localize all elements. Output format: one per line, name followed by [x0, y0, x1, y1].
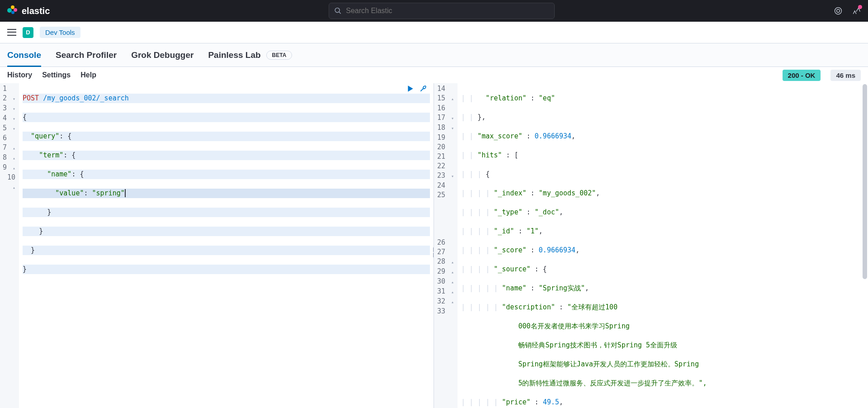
breadcrumb-bar: D Dev Tools: [0, 22, 868, 43]
help-button[interactable]: Help: [80, 71, 96, 79]
elastic-logo-icon: [7, 5, 18, 16]
breadcrumb-dev-tools[interactable]: Dev Tools: [40, 27, 80, 38]
elastic-logo[interactable]: elastic: [7, 5, 50, 16]
response-gutter: 14 15 ▴ 16 17 ▾ 18 ▾ 19 20 21 22 23 ▾ 24…: [434, 83, 458, 408]
status-badge: 200 - OK: [783, 70, 821, 81]
editor-area: 1 2 ▾ 3 ▾ 4 ▾ 5 ▾ 6 7 ▴ 8 ▴ 9 ▴ 10 ▴ POS…: [0, 83, 868, 408]
tab-grok-debugger[interactable]: Grok Debugger: [131, 45, 193, 66]
news-icon[interactable]: [852, 6, 861, 15]
notification-dot-icon: [858, 5, 862, 9]
tab-painless-lab[interactable]: Painless Lab: [208, 45, 260, 66]
tab-console[interactable]: Console: [7, 45, 41, 67]
text-cursor: [125, 189, 126, 197]
global-search[interactable]: [329, 3, 555, 19]
timing-badge: 46 ms: [830, 70, 861, 81]
response-scrollbar[interactable]: [863, 83, 867, 408]
help-icon[interactable]: [834, 6, 843, 15]
request-pane: 1 2 ▾ 3 ▾ 4 ▾ 5 ▾ 6 7 ▴ 8 ▴ 9 ▴ 10 ▴ POS…: [0, 83, 434, 408]
console-toolbar: History Settings Help 200 - OK 46 ms: [0, 67, 868, 83]
response-viewer[interactable]: | | "relation" : "eq" | | }, | | "max_sc…: [458, 83, 868, 408]
response-pane: 14 15 ▴ 16 17 ▾ 18 ▾ 19 20 21 22 23 ▾ 24…: [434, 83, 868, 408]
global-header: elastic: [0, 0, 868, 22]
search-input[interactable]: [346, 7, 549, 15]
search-icon: [335, 7, 341, 14]
play-icon[interactable]: [406, 85, 415, 94]
settings-button[interactable]: Settings: [42, 71, 71, 79]
beta-badge: BETA: [266, 51, 292, 60]
wrench-icon[interactable]: [419, 85, 427, 94]
request-gutter: 1 2 ▾ 3 ▾ 4 ▾ 5 ▾ 6 7 ▴ 8 ▴ 9 ▴ 10 ▴: [0, 83, 19, 408]
svg-point-0: [835, 8, 842, 14]
space-badge[interactable]: D: [23, 27, 33, 38]
tabs-bar: Console Search Profiler Grok Debugger Pa…: [0, 43, 868, 67]
history-button[interactable]: History: [7, 71, 32, 79]
brand-text: elastic: [22, 6, 50, 16]
tab-search-profiler[interactable]: Search Profiler: [56, 45, 117, 66]
menu-icon[interactable]: [7, 28, 16, 37]
request-editor[interactable]: POST /my_goods_002/_search { "query": { …: [19, 83, 434, 408]
svg-point-1: [837, 9, 840, 13]
